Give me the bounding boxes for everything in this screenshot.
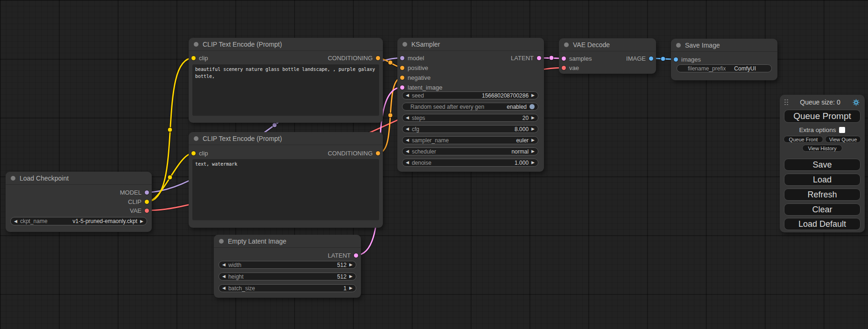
- decrement-arrow-icon[interactable]: ◀: [222, 286, 226, 290]
- increment-arrow-icon[interactable]: ▶: [531, 161, 535, 165]
- increment-arrow-icon[interactable]: ▶: [531, 93, 535, 98]
- increment-arrow-icon[interactable]: ▶: [349, 274, 353, 279]
- conditioning-port-icon[interactable]: [376, 151, 380, 155]
- output-slot-image[interactable]: IMAGE: [626, 54, 653, 63]
- collapse-dot-icon[interactable]: [564, 42, 569, 47]
- node-title-bar[interactable]: Save Image: [671, 39, 777, 52]
- load-button[interactable]: Load: [784, 174, 861, 186]
- output-slot-latent[interactable]: LATENT: [328, 251, 358, 259]
- slot-label: clip: [199, 150, 208, 157]
- node-load-checkpoint: Load Checkpoint MODEL CLIP VAE ◀ ckpt_na…: [6, 172, 152, 232]
- decrement-arrow-icon[interactable]: ◀: [222, 274, 226, 279]
- seed-widget[interactable]: ◀ seed 156680208700286 ▶: [402, 91, 538, 99]
- output-slot-vae[interactable]: VAE: [130, 206, 149, 215]
- node-title-bar[interactable]: Load Checkpoint: [6, 172, 152, 185]
- decrement-arrow-icon[interactable]: ◀: [406, 127, 409, 131]
- queue-prompt-button[interactable]: Queue Prompt: [784, 110, 861, 123]
- collapse-dot-icon[interactable]: [194, 42, 198, 47]
- clip-port-icon[interactable]: [145, 200, 149, 204]
- conditioning-port-icon[interactable]: [400, 66, 404, 70]
- collapse-dot-icon[interactable]: [219, 239, 224, 244]
- input-slot-clip[interactable]: clip: [191, 54, 208, 62]
- comfyui-canvas[interactable]: { "colors": { "model": "#B39DDB", "clip"…: [0, 0, 868, 329]
- load-default-button[interactable]: Load Default: [784, 218, 861, 230]
- image-port-icon[interactable]: [674, 57, 678, 62]
- decrement-arrow-icon[interactable]: ◀: [406, 149, 409, 154]
- decrement-arrow-icon[interactable]: ◀: [406, 138, 409, 142]
- clear-button[interactable]: Clear: [784, 203, 861, 216]
- decrement-arrow-icon[interactable]: ◀: [406, 116, 409, 120]
- latent-port-icon[interactable]: [354, 253, 358, 258]
- refresh-button[interactable]: Refresh: [784, 189, 861, 201]
- increment-arrow-icon[interactable]: ▶: [531, 138, 535, 142]
- model-port-icon[interactable]: [400, 56, 404, 60]
- input-slot-images[interactable]: images: [674, 55, 701, 63]
- input-slot-negative[interactable]: negative: [400, 73, 430, 82]
- decrement-arrow-icon[interactable]: ◀: [406, 161, 409, 165]
- scheduler-widget[interactable]: ◀ scheduler normal ▶: [402, 147, 538, 155]
- ckpt-name-widget[interactable]: ◀ ckpt_name v1-5-pruned-emaonly.ckpt ▶: [10, 217, 147, 225]
- collapse-dot-icon[interactable]: [676, 43, 681, 48]
- model-port-icon[interactable]: [145, 190, 149, 195]
- view-history-button[interactable]: View History: [802, 145, 842, 152]
- conditioning-port-icon[interactable]: [376, 56, 380, 60]
- widget-value: 1: [343, 285, 346, 292]
- input-slot-vae[interactable]: vae: [562, 63, 579, 72]
- queue-front-button[interactable]: Queue Front: [783, 136, 823, 143]
- clip-port-icon[interactable]: [191, 56, 196, 60]
- collapse-dot-icon[interactable]: [402, 42, 407, 47]
- slot-label: IMAGE: [626, 55, 646, 62]
- output-slot-conditioning[interactable]: CONDITIONING: [328, 149, 380, 157]
- output-slot-clip[interactable]: CLIP: [128, 197, 149, 206]
- negative-prompt-textarea[interactable]: text, watermark: [192, 159, 379, 220]
- output-slot-latent[interactable]: LATENT: [511, 54, 541, 62]
- input-slot-clip[interactable]: clip: [191, 149, 208, 157]
- cfg-widget[interactable]: ◀ cfg 8.000 ▶: [402, 125, 538, 133]
- positive-prompt-textarea[interactable]: beautiful scenery nature glass bottle la…: [192, 64, 379, 116]
- node-title-bar[interactable]: CLIP Text Encode (Prompt): [189, 132, 383, 145]
- latent-port-icon[interactable]: [537, 56, 541, 60]
- increment-arrow-icon[interactable]: ▶: [349, 286, 353, 290]
- output-slot-conditioning[interactable]: CONDITIONING: [328, 54, 380, 62]
- filename-prefix-widget[interactable]: filename_prefix ComfyUI: [677, 64, 772, 72]
- decrement-arrow-icon[interactable]: ◀: [14, 219, 17, 224]
- save-button[interactable]: Save: [784, 159, 861, 171]
- latent-port-icon[interactable]: [562, 56, 566, 61]
- increment-arrow-icon[interactable]: ▶: [531, 116, 535, 120]
- vae-port-icon[interactable]: [145, 209, 149, 213]
- output-slot-model[interactable]: MODEL: [120, 188, 149, 196]
- drag-handle-icon[interactable]: [784, 99, 788, 105]
- sampler-name-widget[interactable]: ◀ sampler_name euler ▶: [402, 136, 538, 144]
- input-slot-latent-image[interactable]: latent_image: [400, 83, 442, 91]
- node-title-bar[interactable]: KSampler: [397, 38, 544, 51]
- batch-size-widget[interactable]: ◀ batch_size 1 ▶: [219, 284, 356, 292]
- collapse-dot-icon[interactable]: [11, 176, 15, 181]
- input-slot-model[interactable]: model: [400, 54, 424, 62]
- conditioning-port-icon[interactable]: [400, 76, 404, 80]
- image-port-icon[interactable]: [649, 56, 653, 61]
- random-seed-toggle-widget[interactable]: Random seed after every gen enabled: [402, 103, 538, 111]
- settings-gear-icon[interactable]: [852, 98, 860, 106]
- increment-arrow-icon[interactable]: ▶: [531, 127, 535, 131]
- node-title-bar[interactable]: VAE Decode: [559, 38, 656, 51]
- toggle-enabled-icon[interactable]: [529, 104, 535, 109]
- increment-arrow-icon[interactable]: ▶: [140, 219, 143, 224]
- collapse-dot-icon[interactable]: [194, 136, 198, 141]
- width-widget[interactable]: ◀ width 512 ▶: [219, 261, 356, 269]
- view-queue-button[interactable]: View Queue: [825, 136, 861, 143]
- decrement-arrow-icon[interactable]: ◀: [406, 93, 409, 98]
- node-title-bar[interactable]: CLIP Text Encode (Prompt): [189, 38, 383, 51]
- steps-widget[interactable]: ◀ steps 20 ▶: [402, 114, 538, 122]
- vae-port-icon[interactable]: [562, 66, 566, 70]
- input-slot-positive[interactable]: positive: [400, 63, 428, 72]
- increment-arrow-icon[interactable]: ▶: [531, 149, 535, 154]
- extra-options-checkbox[interactable]: [839, 127, 845, 133]
- node-title-bar[interactable]: Empty Latent Image: [214, 235, 361, 248]
- denoise-widget[interactable]: ◀ denoise 1.000 ▶: [402, 159, 538, 167]
- input-slot-samples[interactable]: samples: [562, 54, 592, 63]
- height-widget[interactable]: ◀ height 512 ▶: [219, 273, 356, 280]
- clip-port-icon[interactable]: [191, 151, 196, 155]
- latent-port-icon[interactable]: [400, 85, 404, 90]
- decrement-arrow-icon[interactable]: ◀: [222, 263, 226, 267]
- increment-arrow-icon[interactable]: ▶: [349, 263, 353, 267]
